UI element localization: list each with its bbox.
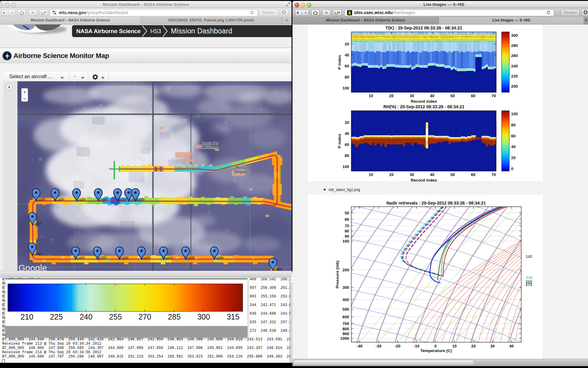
svg-text:60: 60 xyxy=(345,142,349,147)
svg-text:T(K) : 20-Sep-2012 08:33:26 -: T(K) : 20-Sep-2012 08:33:26 - 08:34:21 xyxy=(386,25,462,30)
svg-text:20: 20 xyxy=(345,120,349,125)
svg-text:P index: P index xyxy=(337,134,342,148)
svg-text:300: 300 xyxy=(342,285,349,290)
svg-text:400: 400 xyxy=(342,297,349,302)
svg-text:40: 40 xyxy=(430,172,434,177)
svg-text:260: 260 xyxy=(511,53,518,58)
svg-text:20: 20 xyxy=(471,344,476,348)
svg-text:-10: -10 xyxy=(414,344,420,348)
svg-text:30: 30 xyxy=(490,344,495,348)
svg-text:10: 10 xyxy=(369,94,373,98)
svg-text:80: 80 xyxy=(345,75,349,79)
svg-text:-40: -40 xyxy=(357,344,363,348)
svg-text:10: 10 xyxy=(452,344,457,348)
svg-text:-20: -20 xyxy=(395,344,401,348)
svg-text:1000: 1000 xyxy=(340,336,349,341)
svg-text:100: 100 xyxy=(511,112,518,116)
svg-text:PontaDelgada: PontaDelgada xyxy=(234,166,248,174)
svg-text:50: 50 xyxy=(450,94,455,98)
svg-text:−: − xyxy=(23,96,26,101)
svg-text:30: 30 xyxy=(410,94,414,98)
svg-text:40: 40 xyxy=(345,53,349,57)
svg-text:rtdr_latest_fig2.png: rtdr_latest_fig2.png xyxy=(329,188,360,192)
svg-text:142: 142 xyxy=(526,254,532,259)
svg-text:60: 60 xyxy=(345,217,349,222)
svg-text:70: 70 xyxy=(492,172,496,177)
svg-text:Pressure (mb): Pressure (mb) xyxy=(335,261,340,289)
svg-text:220: 220 xyxy=(511,74,518,79)
svg-text:900: 900 xyxy=(342,332,349,336)
svg-text:70: 70 xyxy=(345,224,349,228)
svg-text:Record index: Record index xyxy=(411,178,437,182)
svg-text:Google: Google xyxy=(18,263,47,271)
svg-text:200: 200 xyxy=(511,84,518,89)
svg-text:60: 60 xyxy=(511,134,515,138)
svg-text:20: 20 xyxy=(511,155,515,160)
svg-text:90: 90 xyxy=(345,234,349,239)
svg-text:700: 700 xyxy=(342,321,349,326)
svg-text:60: 60 xyxy=(471,172,475,177)
svg-text:0: 0 xyxy=(511,167,513,171)
svg-text:600: 600 xyxy=(342,315,349,319)
svg-text:40: 40 xyxy=(511,144,515,149)
svg-text:50: 50 xyxy=(345,211,349,215)
svg-text:Record index: Record index xyxy=(411,99,437,104)
svg-text:800: 800 xyxy=(342,327,349,331)
svg-text:Temperature (C): Temperature (C) xyxy=(420,348,452,353)
svg-text:70: 70 xyxy=(492,94,496,98)
svg-text:Angra DoHeroismo: Angra DoHeroismo xyxy=(201,141,218,150)
svg-text:500: 500 xyxy=(342,307,349,312)
svg-text:40: 40 xyxy=(509,344,514,348)
svg-text:20: 20 xyxy=(345,42,349,46)
svg-text:20: 20 xyxy=(389,94,394,98)
svg-text:0: 0 xyxy=(434,344,436,348)
svg-text:100: 100 xyxy=(342,164,349,169)
svg-text:240: 240 xyxy=(511,64,518,68)
svg-text:40: 40 xyxy=(345,131,349,136)
svg-text:80: 80 xyxy=(345,229,349,233)
svg-text:272: 272 xyxy=(526,282,532,287)
svg-text:200: 200 xyxy=(342,268,349,272)
svg-text:10: 10 xyxy=(369,172,373,177)
svg-text:100: 100 xyxy=(342,86,349,90)
svg-text:280: 280 xyxy=(511,43,518,48)
svg-text:40: 40 xyxy=(430,94,434,98)
svg-text:-30: -30 xyxy=(376,344,382,348)
svg-text:80: 80 xyxy=(511,123,515,127)
svg-text:50: 50 xyxy=(450,172,455,177)
svg-text:RH(%) : 20-Sep-2012 08:33:26 -: RH(%) : 20-Sep-2012 08:33:26 - 08:34:21 xyxy=(383,104,465,109)
svg-text:30: 30 xyxy=(410,172,414,177)
svg-text:60: 60 xyxy=(345,64,349,68)
svg-text:+: + xyxy=(23,89,26,94)
svg-text:100: 100 xyxy=(342,239,349,243)
svg-text:300: 300 xyxy=(511,33,518,38)
svg-text:20: 20 xyxy=(389,172,394,177)
svg-text:P index: P index xyxy=(337,55,342,70)
svg-text:60: 60 xyxy=(471,94,475,98)
svg-text:80: 80 xyxy=(345,153,349,158)
svg-text:Nadir retrievals : 20-Sep-2012: Nadir retrievals : 20-Sep-2012 08:33:26 … xyxy=(386,201,486,205)
